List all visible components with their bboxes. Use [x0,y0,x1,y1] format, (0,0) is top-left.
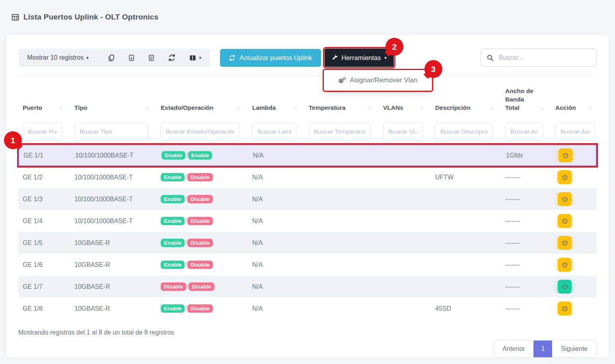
column-header-tipo[interactable]: Tipo↑↓ [70,104,156,119]
filter-tipo-input[interactable] [74,123,148,141]
power-toggle-button[interactable] [558,214,572,228]
filter-temperatura-input[interactable] [309,123,371,141]
cell-puerto: GE 1/7 [18,283,70,290]
sort-icon[interactable]: ↑↓ [588,105,591,112]
power-toggle-button[interactable] [558,192,572,206]
excel-file-icon[interactable] [128,54,135,62]
filter-descripcion-input[interactable] [435,123,493,141]
cell-puerto: GE 1/2 [18,174,70,181]
chevron-down-icon: ▾ [385,56,387,60]
menu-item-asignar-remover-vlan[interactable]: Asignar/Remover Vlan 3 [324,70,432,91]
operacion-badge: Disable [187,195,213,203]
columns-icon[interactable]: ▾ [189,54,201,62]
table-row-ge-1-1[interactable]: GE 1/1 10/100/1000BASE-T Enable/Enable N… [18,144,597,166]
table-row-ge-1-8[interactable]: GE 1/8 10GBASE-R Enable/Disable N/A 45SD… [18,298,597,319]
cell-ancho-de-banda: 1Gfdx [502,152,552,159]
sort-icon[interactable]: ↑↓ [540,105,543,112]
copy-icon[interactable] [107,54,115,62]
table-footer: Mostrando registros del 1 al 8 de un tot… [18,328,597,358]
cell-estado-operacion: Enable/Disable [156,261,248,269]
column-header-ancho-de-banda-total[interactable]: Ancho de Banda Total↑↓ [501,87,551,119]
toolbar-pill: Mostrar 10 registros ▾ [18,49,210,67]
tools-button[interactable]: Herramientas ▾ [325,49,394,67]
table-row-ge-1-2[interactable]: GE 1/2 10/100/1000BASE-T Enable/Disable … [18,166,597,188]
cell-lambda: N/A [248,283,304,290]
separator: / [187,283,188,290]
power-toggle-button[interactable] [558,170,572,184]
pagination-next-button[interactable]: Siguiente [552,341,596,357]
power-toggle-button[interactable] [558,302,572,315]
filter-estado-operacion-input[interactable] [161,123,240,141]
page-header: Lista Puertos Uplink - OLT Optronics [0,0,615,21]
filter-ancho-input[interactable] [505,123,543,141]
reload-icon[interactable] [168,54,176,62]
update-uplink-ports-button[interactable]: Actualizar puertos Uplink [220,49,321,67]
filter-lambda-input[interactable] [252,123,296,141]
page-title: Lista Puertos Uplink - OLT Optronics [23,13,158,21]
column-header-estado-operacion[interactable]: Estado/Operación↑↓ [156,104,248,119]
table-row-ge-1-5[interactable]: GE 1/5 10GBASE-R Enable/Disable N/A ----… [18,232,597,254]
filter-puerto-input[interactable] [23,123,62,141]
power-toggle-button[interactable] [558,280,572,294]
operacion-badge: Disable [187,217,213,225]
column-header-accion[interactable]: Acción↑↓ [551,104,597,119]
global-search [481,49,597,67]
filter-vlans-input[interactable] [383,123,423,141]
estado-badge: Enable [161,239,185,247]
cell-tipo: 10GBASE-R [70,239,156,247]
pagination-page-1-button[interactable]: 1 [533,341,552,357]
sort-icon[interactable]: ↑↓ [145,105,148,112]
power-toggle-button[interactable] [558,236,572,250]
cell-puerto: GE 1/6 [18,261,70,269]
power-toggle-button[interactable] [559,148,572,162]
cell-ancho-de-banda: ------- [501,196,551,203]
table-row-ge-1-7[interactable]: GE 1/7 10GBASE-R Disable/Disable N/A ---… [18,276,597,298]
table-header-row: Puerto↑↓ Tipo↑↓ Estado/Operación↑↓ Lambd… [18,76,597,119]
tools-dropdown-wrap: Herramientas ▾ 2 Asignar/Remover Vlan 3 [325,49,394,67]
cell-lambda: N/A [248,261,304,269]
gears-icon [338,76,346,85]
sort-icon[interactable]: ↑↓ [420,105,423,112]
length-menu[interactable]: Mostrar 10 registros ▾ [27,54,89,61]
sort-icon[interactable]: ↑↓ [490,105,493,112]
chevron-down-icon: ▾ [199,56,201,60]
cell-ancho-de-banda: ------- [501,218,551,225]
column-header-lambda[interactable]: Lambda↑↓ [248,104,304,119]
sort-icon[interactable]: ↑↓ [237,105,240,112]
column-header-temperatura[interactable]: Temperatura↑↓ [304,104,379,119]
column-header-vlans[interactable]: VLANs↑↓ [379,104,431,119]
pagination-prev-button[interactable]: Anterior [494,341,533,357]
estado-badge: Enable [162,151,185,160]
separator: / [185,174,187,181]
column-header-puerto[interactable]: Puerto↑↓ [18,104,70,119]
sort-icon[interactable]: ↑↓ [293,105,296,112]
cell-estado-operacion: Enable/Enable [157,151,249,160]
table-row-ge-1-4[interactable]: GE 1/4 10/100/1000BASE-T Enable/Disable … [18,210,597,232]
cell-lambda: N/A [248,218,304,225]
power-toggle-button[interactable] [558,258,572,272]
pagination: Anterior 1 Siguiente [493,340,597,358]
column-header-descripcion[interactable]: Descripción↑↓ [431,104,501,119]
cell-ancho-de-banda: ------- [501,305,551,312]
table-icon [11,13,19,21]
operacion-badge: Disable [187,173,213,181]
content-card: 1 Mostrar 10 registros ▾ [6,35,609,357]
chevron-down-icon: ▾ [86,56,89,60]
separator: / [185,218,187,225]
sort-icon[interactable]: ↑↓ [368,105,371,112]
cell-puerto: GE 1/3 [18,196,70,203]
table-row-ge-1-3[interactable]: GE 1/3 10/100/1000BASE-T Enable/Disable … [18,188,597,210]
filter-accion-input[interactable] [555,123,595,141]
annotation-step-3: 3 [424,60,442,78]
sort-icon[interactable]: ↑↓ [59,105,62,112]
cell-estado-operacion: Disable/Disable [156,282,248,291]
separator: / [185,239,187,247]
file-export-icon[interactable] [148,54,155,62]
search-input[interactable] [499,54,591,61]
cell-tipo: 10/100/1000BASE-T [70,196,156,203]
cell-ancho-de-banda: ------- [501,239,551,247]
cell-ancho-de-banda: ------- [501,174,551,181]
cell-tipo: 10GBASE-R [70,305,156,312]
table-row-ge-1-6[interactable]: GE 1/6 10GBASE-R Enable/Disable N/A ----… [18,254,597,276]
operacion-badge: Disable [189,282,214,291]
